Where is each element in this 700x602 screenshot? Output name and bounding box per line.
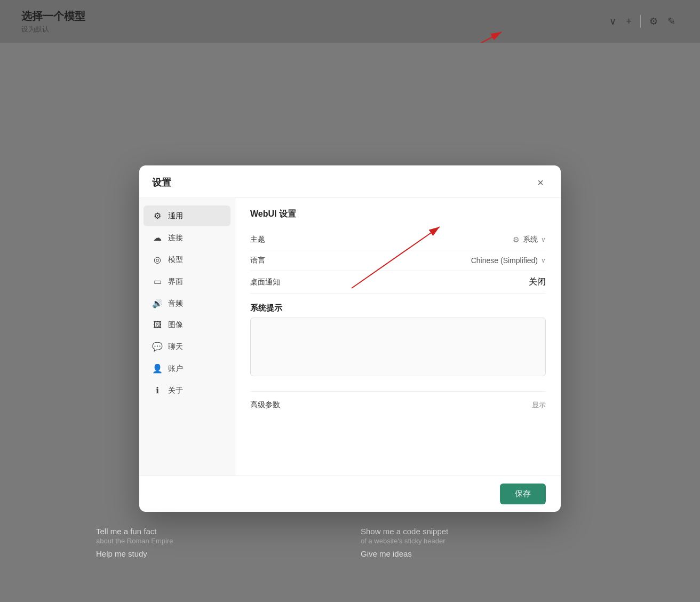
settings-button[interactable]: ⚙: [646, 12, 661, 30]
sidebar-label-chat: 聊天: [168, 342, 183, 352]
edit-icon: ✎: [667, 15, 675, 27]
theme-gear-icon: ⚙: [513, 235, 520, 244]
model-select-title: 选择一个模型: [21, 9, 85, 23]
theme-label: 主题: [250, 235, 265, 244]
audio-icon: 🔊: [152, 298, 163, 308]
notification-row: 桌面通知 关闭: [250, 271, 546, 294]
notification-label: 桌面通知: [250, 278, 280, 287]
modal-body: ⚙ 通用 ☁ 连接 ◎ 模型 ▭ 界面 🔊 音频 🖼 图像: [139, 198, 561, 476]
sidebar-label-connection: 连接: [168, 233, 183, 243]
chat-icon: 💬: [152, 342, 163, 352]
suggestion-card-1[interactable]: Show me a code snippet of a website's st…: [361, 527, 604, 545]
edit-button[interactable]: ✎: [664, 12, 679, 30]
sidebar-item-audio[interactable]: 🔊 音频: [144, 293, 230, 314]
sidebar-item-models[interactable]: ◎ 模型: [144, 249, 230, 270]
sidebar-item-interface[interactable]: ▭ 界面: [144, 271, 230, 292]
modal-footer: 保存: [139, 476, 561, 512]
save-button[interactable]: 保存: [500, 484, 546, 504]
language-row: 语言 Chinese (Simplified) ∨: [250, 250, 546, 271]
suggestion-subtitle-0: about the Roman Empire: [96, 537, 339, 545]
info-icon: ℹ: [152, 385, 163, 395]
modal-title: 设置: [152, 176, 171, 189]
modal-main-content: WebUI 设置 主题 ⚙ 系统 ∨ 语言 Chinese (Simplifie…: [235, 198, 561, 476]
theme-row: 主题 ⚙ 系统 ∨: [250, 229, 546, 250]
app-header: 选择一个模型 设为默认 ∨ + ⚙ ✎: [0, 0, 700, 43]
advanced-show-link[interactable]: 显示: [532, 400, 546, 410]
image-icon: 🖼: [152, 320, 163, 330]
suggestions-area: Tell me a fun fact about the Roman Empir…: [0, 527, 700, 559]
sidebar-label-interface: 界面: [168, 277, 183, 287]
advanced-label: 高级参数: [250, 400, 280, 410]
sidebar-item-account[interactable]: 👤 账户: [144, 358, 230, 379]
header-divider: [640, 15, 641, 28]
system-prompt-section: 系统提示: [250, 303, 546, 378]
language-label: 语言: [250, 256, 265, 265]
plus-icon: +: [626, 16, 632, 27]
account-icon: 👤: [152, 363, 163, 374]
suggestion-title-3: Give me ideas: [361, 549, 604, 558]
model-icon: ◎: [152, 255, 163, 265]
sidebar-item-connection[interactable]: ☁ 连接: [144, 227, 230, 248]
header-title-section: 选择一个模型 设为默认: [21, 9, 85, 34]
chevron-down-button[interactable]: ∨: [606, 12, 619, 30]
advanced-params-row: 高级参数 显示: [250, 391, 546, 410]
system-prompt-textarea[interactable]: [250, 318, 546, 376]
modal-close-button[interactable]: ×: [533, 175, 548, 190]
suggestion-card-3[interactable]: Give me ideas: [361, 549, 604, 559]
sidebar-label-image: 图像: [168, 320, 183, 330]
suggestion-title-2: Help me study: [96, 549, 339, 558]
suggestion-card-2[interactable]: Help me study: [96, 549, 339, 559]
theme-value[interactable]: ⚙ 系统 ∨: [513, 235, 546, 244]
cloud-icon: ☁: [152, 233, 163, 243]
modal-header: 设置 ×: [139, 165, 561, 198]
header-actions: ∨ + ⚙ ✎: [606, 12, 679, 30]
sidebar-item-chat[interactable]: 💬 聊天: [144, 336, 230, 357]
settings-modal: 设置 × ⚙ 通用 ☁ 连接 ◎ 模型 ▭ 界面 🔊: [139, 165, 561, 512]
suggestion-title-1: Show me a code snippet: [361, 527, 604, 536]
sidebar-label-models: 模型: [168, 255, 183, 265]
chevron-down-icon: ∨: [609, 15, 616, 27]
gear-icon: ⚙: [649, 15, 658, 27]
suggestion-subtitle-1: of a website's sticky header: [361, 537, 604, 545]
theme-chevron-icon: ∨: [541, 236, 546, 243]
language-current-value: Chinese (Simplified): [471, 256, 538, 265]
sidebar-label-about: 关于: [168, 386, 183, 395]
interface-icon: ▭: [152, 276, 163, 287]
add-button[interactable]: +: [623, 13, 635, 30]
suggestion-title-0: Tell me a fun fact: [96, 527, 339, 536]
gear-sidebar-icon: ⚙: [152, 211, 163, 221]
system-prompt-label: 系统提示: [250, 303, 546, 313]
theme-current-value: 系统: [523, 235, 538, 244]
sidebar-label-general: 通用: [168, 211, 183, 221]
sidebar-item-image[interactable]: 🖼 图像: [144, 315, 230, 335]
close-icon: ×: [537, 177, 544, 188]
modal-sidebar: ⚙ 通用 ☁ 连接 ◎ 模型 ▭ 界面 🔊 音频 🖼 图像: [139, 198, 235, 476]
sidebar-label-audio: 音频: [168, 299, 183, 308]
suggestion-card-0[interactable]: Tell me a fun fact about the Roman Empir…: [96, 527, 339, 545]
set-default-label: 设为默认: [21, 25, 85, 34]
webui-section-title: WebUI 设置: [250, 209, 546, 220]
sidebar-item-about[interactable]: ℹ 关于: [144, 380, 230, 401]
notification-value: 关闭: [529, 276, 546, 288]
language-chevron-icon: ∨: [541, 257, 546, 264]
sidebar-item-general[interactable]: ⚙ 通用: [144, 205, 230, 226]
sidebar-label-account: 账户: [168, 364, 183, 374]
language-value[interactable]: Chinese (Simplified) ∨: [471, 256, 546, 265]
